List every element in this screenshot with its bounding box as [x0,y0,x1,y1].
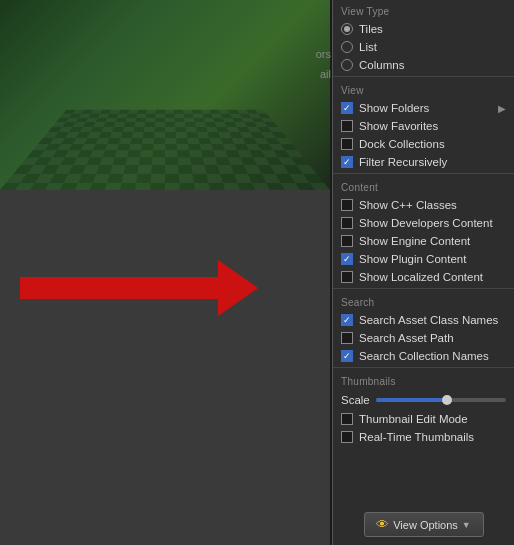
dock-collections-checkbox [341,138,353,150]
thumbnail-edit-mode-item[interactable]: Thumbnail Edit Mode [333,410,514,428]
show-localized-content-label: Show Localized Content [359,271,483,283]
dock-collections-label: Dock Collections [359,138,445,150]
show-engine-content-checkbox [341,235,353,247]
search-asset-class-names-checkbox [341,314,353,326]
scale-label: Scale [341,394,370,406]
show-localized-content-item[interactable]: Show Localized Content [333,268,514,286]
ail-text: ail [320,68,331,80]
thumbnail-edit-mode-checkbox [341,413,353,425]
eye-icon: 👁 [376,517,389,532]
radio-columns[interactable]: Columns [333,56,514,74]
radio-tiles-dot [341,23,353,35]
scale-slider[interactable] [376,398,506,402]
thumbnail-edit-mode-label: Thumbnail Edit Mode [359,413,468,425]
content-label: Content [333,176,514,196]
scale-fill [376,398,448,402]
radio-tiles-label: Tiles [359,23,383,35]
thumbnails-label: Thumbnails [333,370,514,390]
show-developers-content-checkbox [341,217,353,229]
filter-recursively-item[interactable]: Filter Recursively [333,153,514,171]
show-favorites-item[interactable]: Show Favorites [333,117,514,135]
show-folders-item[interactable]: Show Folders ▶ [333,99,514,117]
radio-columns-dot [341,59,353,71]
divider-4 [333,367,514,368]
show-cpp-classes-label: Show C++ Classes [359,199,457,211]
view-label: View [333,79,514,99]
show-engine-content-item[interactable]: Show Engine Content [333,232,514,250]
show-plugin-content-label: Show Plugin Content [359,253,466,265]
show-plugin-content-item[interactable]: Show Plugin Content [333,250,514,268]
show-folders-submenu-arrow: ▶ [498,103,506,114]
scene-top [0,0,330,190]
search-asset-path-label: Search Asset Path [359,332,454,344]
radio-list[interactable]: List [333,38,514,56]
radio-tiles[interactable]: Tiles [333,20,514,38]
divider-3 [333,288,514,289]
real-time-thumbnails-label: Real-Time Thumbnails [359,431,474,443]
radio-list-label: List [359,41,377,53]
search-asset-class-names-item[interactable]: Search Asset Class Names [333,311,514,329]
real-time-thumbnails-item[interactable]: Real-Time Thumbnails [333,428,514,446]
show-folders-label: Show Folders [359,102,429,114]
show-localized-content-checkbox [341,271,353,283]
search-collection-names-label: Search Collection Names [359,350,489,362]
scene-bottom [0,190,330,545]
search-collection-names-item[interactable]: Search Collection Names [333,347,514,365]
divider-2 [333,173,514,174]
real-time-thumbnails-checkbox [341,431,353,443]
scale-thumb[interactable] [442,395,452,405]
view-options-dropdown-arrow: ▼ [462,520,471,530]
filter-recursively-checkbox [341,156,353,168]
ors-text: ors [316,48,331,60]
radio-columns-label: Columns [359,59,404,71]
show-developers-content-label: Show Developers Content [359,217,493,229]
view-options-button[interactable]: 👁 View Options ▼ [364,512,484,537]
search-label: Search [333,291,514,311]
show-favorites-checkbox [341,120,353,132]
show-cpp-classes-checkbox [341,199,353,211]
search-asset-class-names-label: Search Asset Class Names [359,314,498,326]
scale-row: Scale [333,390,514,410]
divider-1 [333,76,514,77]
view-options-dropdown: View Type Tiles List Columns View Show F… [332,0,514,545]
show-engine-content-label: Show Engine Content [359,235,470,247]
arrow-head [218,260,258,316]
show-cpp-classes-item[interactable]: Show C++ Classes [333,196,514,214]
show-plugin-content-checkbox [341,253,353,265]
search-collection-names-checkbox [341,350,353,362]
search-asset-path-item[interactable]: Search Asset Path [333,329,514,347]
search-asset-path-checkbox [341,332,353,344]
arrow-shaft [20,277,220,299]
show-developers-content-item[interactable]: Show Developers Content [333,214,514,232]
view-options-btn-label: View Options [393,519,458,531]
view-type-label: View Type [333,0,514,20]
radio-list-dot [341,41,353,53]
checkerboard-floor [0,110,330,190]
arrow-indicator [20,260,260,315]
dock-collections-item[interactable]: Dock Collections [333,135,514,153]
filter-recursively-label: Filter Recursively [359,156,447,168]
show-favorites-label: Show Favorites [359,120,438,132]
show-folders-checkbox [341,102,353,114]
